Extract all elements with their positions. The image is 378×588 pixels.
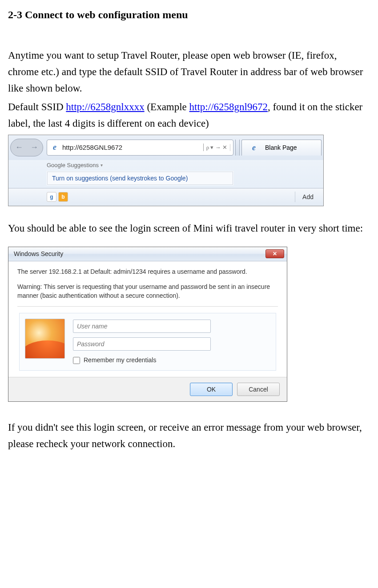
- suggestion-row: Turn on suggestions (send keystrokes to …: [47, 171, 233, 185]
- dialog-title: Windows Security: [14, 250, 63, 257]
- browser-top-bar: ← → e http://6258GNL9672 ρ ▾ → ✕ e Blank…: [8, 135, 323, 160]
- cancel-button[interactable]: Cancel: [237, 383, 280, 396]
- remember-label: Remember my credentials: [84, 356, 156, 365]
- remember-checkbox[interactable]: [73, 357, 80, 364]
- password-field[interactable]: [73, 337, 211, 351]
- ssid-mid: (Example: [145, 101, 189, 112]
- accelerator-icons: g b: [47, 192, 68, 202]
- suggestion-header-text: Google Suggestions: [47, 162, 99, 168]
- add-button[interactable]: Add: [295, 192, 321, 202]
- dialog-message-1: The server 192.168.2.1 at Default: admin…: [17, 268, 278, 276]
- address-tools: ρ ▾ → ✕: [204, 144, 233, 151]
- dialog-footer: OK Cancel: [8, 377, 287, 401]
- browser-screenshot: ← → e http://6258GNL9672 ρ ▾ → ✕ e Blank…: [8, 135, 324, 206]
- credentials-block: Remember my credentials: [19, 313, 276, 371]
- ssid-link-example[interactable]: http://6258gnl9672: [189, 101, 268, 112]
- forward-arrow-icon[interactable]: →: [27, 140, 41, 155]
- close-button[interactable]: ✕: [265, 249, 284, 258]
- back-arrow-icon[interactable]: ←: [12, 140, 26, 155]
- address-url: http://6258GNL9672: [62, 144, 204, 151]
- browser-tab[interactable]: e Blank Page: [241, 140, 322, 156]
- suggestion-header: Google Suggestions ▾: [47, 162, 323, 168]
- ok-button[interactable]: OK: [190, 383, 233, 396]
- ie-logo-icon: e: [50, 143, 60, 152]
- intro-paragraph-1: Anytime you want to setup Travel Router,…: [8, 48, 370, 96]
- credential-fields: Remember my credentials: [73, 319, 270, 365]
- tab-separator: [235, 140, 240, 156]
- dialog-titlebar: Windows Security ✕: [8, 247, 287, 261]
- remember-credentials[interactable]: Remember my credentials: [73, 356, 270, 365]
- closing-paragraph: If you didn't see this login screen, or …: [8, 420, 370, 452]
- dialog-divider: [17, 306, 278, 307]
- address-tools-glyphs[interactable]: ρ ▾ → ✕: [206, 144, 230, 151]
- avatar-image: [25, 319, 65, 359]
- username-field[interactable]: [73, 320, 211, 333]
- google-acc-icon[interactable]: g: [47, 192, 56, 202]
- close-icon: ✕: [273, 251, 277, 257]
- section-heading: 2-3 Connect to web configuration menu: [8, 9, 370, 21]
- chevron-down-icon[interactable]: ▾: [101, 163, 103, 168]
- ssid-prefix: Default SSID: [8, 101, 66, 112]
- suggestion-item[interactable]: Turn on suggestions (send keystrokes to …: [47, 172, 233, 185]
- tab-ie-icon: e: [249, 143, 259, 152]
- bing-acc-icon[interactable]: b: [58, 192, 68, 202]
- ssid-link-generic[interactable]: http://6258gnlxxxx: [66, 101, 144, 112]
- dialog-message-2: Warning: This server is requesting that …: [17, 283, 278, 300]
- intro-paragraph-2: Default SSID http://6258gnlxxxx (Example…: [8, 99, 370, 132]
- address-bar[interactable]: e http://6258GNL9672 ρ ▾ → ✕: [47, 140, 233, 156]
- login-intro-paragraph: You should be able to see the login scre…: [8, 220, 370, 237]
- nav-arrow-group: ← →: [10, 139, 43, 156]
- accelerator-bar: g b Add: [8, 188, 323, 206]
- tab-label: Blank Page: [265, 144, 297, 151]
- suggestion-panel: Google Suggestions ▾ Turn on suggestions…: [8, 160, 323, 188]
- dialog-body: The server 192.168.2.1 at Default: admin…: [8, 261, 287, 377]
- windows-security-dialog: Windows Security ✕ The server 192.168.2.…: [8, 247, 287, 402]
